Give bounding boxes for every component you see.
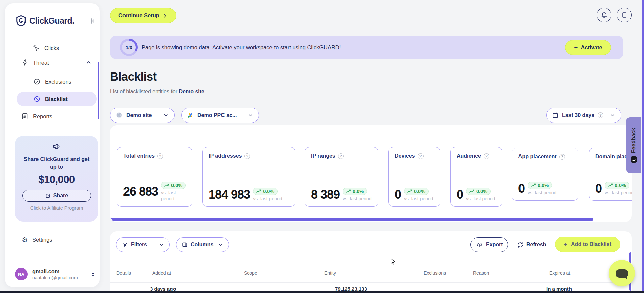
bell-icon xyxy=(601,12,608,19)
vs-last-period: vs. last period xyxy=(605,190,632,196)
chevron-right-icon xyxy=(162,13,168,18)
stat-card-app-placement: App placement? 0 0.0% vs. last period xyxy=(512,148,578,201)
sidebar-item-reports[interactable]: Reports xyxy=(21,113,52,120)
date-range-value: Last 30 days xyxy=(562,112,594,118)
ppc-account-value: Demo PPC ac... xyxy=(197,112,237,118)
site-selector-value: Demo site xyxy=(126,112,152,118)
chevron-down-icon xyxy=(159,242,164,247)
sidebar-collapse-icon[interactable] xyxy=(89,17,98,26)
notifications-button[interactable] xyxy=(597,8,611,22)
help-icon[interactable]: ? xyxy=(484,153,489,159)
refresh-label: Refresh xyxy=(526,242,546,248)
stat-label: Total entries xyxy=(123,153,155,159)
page-title: Blacklist xyxy=(110,70,157,83)
help-icon[interactable]: ? xyxy=(157,153,163,159)
continue-setup-label: Continue Setup xyxy=(118,12,159,19)
book-icon xyxy=(621,12,628,18)
col-header-added-at[interactable]: Added at xyxy=(152,270,171,276)
trend-up-icon xyxy=(407,189,412,193)
stat-label: IP addresses xyxy=(209,153,242,159)
activate-label: Activate xyxy=(581,44,602,51)
chevron-down-icon xyxy=(163,112,169,118)
columns-button[interactable]: Columns xyxy=(176,237,229,252)
chat-widget-button[interactable] xyxy=(609,260,635,286)
chat-bubble-icon xyxy=(616,269,628,278)
help-icon[interactable]: ? xyxy=(244,153,250,159)
app-window: ClickGuard. Clicks Threat Exclusions xyxy=(0,0,644,293)
help-icon[interactable]: ? xyxy=(338,153,344,159)
stat-card-total-entries: Total entries? 26 883 0.0% vs. last peri… xyxy=(117,147,192,207)
delta-badge: 0.0% xyxy=(466,188,491,195)
col-header-exclusions[interactable]: Exclusions xyxy=(424,270,446,276)
vs-last-period: vs. last period xyxy=(161,190,186,202)
col-header-expires-at[interactable]: Expires at xyxy=(549,270,570,276)
sidebar-item-threat[interactable]: Threat xyxy=(21,59,92,66)
share-label: Share xyxy=(53,193,68,199)
sidebar-item-label: Blacklist xyxy=(45,96,68,102)
document-icon xyxy=(21,113,29,120)
date-range-selector[interactable]: Last 30 days ? xyxy=(546,108,621,123)
add-to-blacklist-label: Add to Blacklist xyxy=(571,241,611,247)
stat-value: 0 xyxy=(395,188,401,202)
stat-value: 0 xyxy=(457,188,463,202)
export-button[interactable]: Export xyxy=(470,237,508,252)
filters-button[interactable]: Filters xyxy=(116,237,170,252)
col-header-entity[interactable]: Entity xyxy=(324,270,336,276)
stat-label: Audience xyxy=(457,153,481,159)
trend-up-icon xyxy=(164,184,169,187)
calendar-icon xyxy=(552,112,559,119)
page-subtitle-text: List of blacklisted entities for xyxy=(110,89,177,94)
refresh-button[interactable]: Refresh xyxy=(517,237,546,252)
setup-progress-ring: 1/3 xyxy=(120,39,138,56)
col-header-reason[interactable]: Reason xyxy=(473,270,489,276)
sidebar-item-clicks[interactable]: Clicks xyxy=(33,44,59,52)
ppc-account-selector[interactable]: Demo PPC ac... xyxy=(181,108,259,123)
stat-label: IP ranges xyxy=(311,153,335,159)
sidebar-item-blacklist-content[interactable]: Blacklist xyxy=(33,95,68,103)
continue-setup-button[interactable]: Continue Setup xyxy=(110,8,176,23)
site-selector[interactable]: Demo site xyxy=(110,108,175,123)
lightning-icon xyxy=(21,59,29,66)
stat-value: 26 883 xyxy=(123,185,158,199)
col-header-scope[interactable]: Scope xyxy=(244,270,257,276)
help-icon[interactable]: ? xyxy=(418,153,424,159)
account-switcher[interactable]: NA gmail.com naatali.ro@gmail.com xyxy=(15,268,96,280)
affiliate-promo-card[interactable]: Share ClickGuard and get up to $10,000 S… xyxy=(15,136,98,222)
chevron-up-icon[interactable] xyxy=(86,60,92,66)
sidebar-item-settings[interactable]: ⚙ Settings xyxy=(22,236,52,244)
add-to-blacklist-button[interactable]: + Add to Blacklist xyxy=(555,237,620,252)
sidebar-item-exclusions[interactable]: Exclusions xyxy=(33,78,71,85)
stat-value: 0 xyxy=(595,182,602,196)
cursor-click-icon xyxy=(33,44,40,52)
delta-badge: 0.0% xyxy=(161,182,186,189)
feedback-tab[interactable]: Feedback xyxy=(626,117,641,173)
delta-badge: 0.0% xyxy=(605,182,629,189)
expand-updown-icon[interactable] xyxy=(90,271,96,277)
banner-message: Page is showing demo data. Activate your… xyxy=(142,36,341,59)
promo-heading: Share ClickGuard and get up to xyxy=(15,155,98,171)
col-header-details[interactable]: Details xyxy=(116,270,131,276)
filters-label: Filters xyxy=(131,242,147,248)
stat-value: 184 983 xyxy=(209,188,250,202)
stat-card-ip-ranges: IP ranges? 8 389 0.0% vs. last period xyxy=(305,147,378,207)
vs-last-period: vs. last period xyxy=(253,196,289,202)
page-scrollbar[interactable] xyxy=(642,0,644,293)
account-email: naatali.ro@gmail.com xyxy=(32,275,78,280)
columns-label: Columns xyxy=(191,242,213,248)
globe-icon xyxy=(116,112,123,119)
page-subtitle: List of blacklisted entities for Demo si… xyxy=(110,89,204,95)
docs-button[interactable] xyxy=(617,8,632,22)
activate-button[interactable]: + Activate xyxy=(565,40,611,55)
sidebar-item-label: Reports xyxy=(33,113,52,120)
columns-icon xyxy=(182,242,188,248)
megaphone-icon xyxy=(52,142,61,151)
feedback-label: Feedback xyxy=(631,128,637,153)
help-icon[interactable]: ? xyxy=(598,112,603,118)
brand-name: ClickGuard. xyxy=(29,16,75,26)
share-button[interactable]: Share xyxy=(22,190,91,202)
help-icon[interactable]: ? xyxy=(559,154,565,160)
affiliate-link[interactable]: Click to Affiliate Program xyxy=(15,205,98,211)
stats-horizontal-scrollbar[interactable] xyxy=(111,218,593,221)
sidebar-scrollbar[interactable] xyxy=(98,62,99,119)
brand-logo: ClickGuard. xyxy=(16,15,75,26)
